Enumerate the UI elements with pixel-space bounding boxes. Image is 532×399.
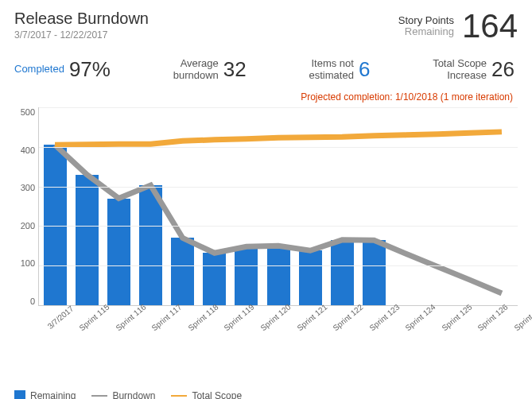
legend-label: Burndown [112, 390, 155, 399]
x-axis: 3/7/2017Sprint 115Sprint 116Sprint 117Sp… [38, 309, 518, 324]
y-tick: 500 [14, 107, 35, 117]
y-tick: 100 [14, 258, 35, 268]
plot-area [38, 107, 518, 306]
metric-label: Completed [14, 64, 64, 75]
y-tick: 300 [14, 183, 35, 192]
header: Release Burndown 3/7/2017 - 12/22/2017 S… [14, 10, 518, 43]
date-range: 3/7/2017 - 12/22/2017 [14, 29, 149, 41]
y-tick: 200 [14, 221, 35, 230]
lines-layer [39, 107, 518, 305]
metric-label: Increase [433, 70, 487, 81]
metric-label: estimated [309, 70, 354, 81]
y-axis: 5004003002001000 [14, 107, 38, 306]
projection-text: Projected completion: 1/10/2018 (1 more … [14, 91, 518, 103]
line-burndown [55, 145, 502, 293]
metrics-row: Completed 97% Average burndown 32 Items … [14, 57, 518, 82]
burndown-chart: 5004003002001000 3/7/2017Sprint 115Sprin… [14, 107, 518, 346]
metric-label: Average [173, 58, 219, 69]
legend: Remaining Burndown Total Scope [14, 390, 518, 399]
metric-label: Items not [309, 58, 354, 69]
story-points-block: Story Points Remaining 164 [398, 10, 518, 43]
legend-label: Total Scope [192, 390, 242, 399]
line-total-scope [55, 132, 502, 145]
legend-label: Remaining [30, 390, 76, 399]
title-block: Release Burndown 3/7/2017 - 12/22/2017 [14, 10, 149, 41]
legend-total-scope: Total Scope [171, 390, 242, 399]
sp-value: 164 [462, 10, 518, 43]
swatch-bar-icon [14, 390, 25, 399]
metric-label: Total Scope [433, 58, 487, 69]
page-title: Release Burndown [14, 10, 149, 28]
metric-completed: Completed 97% [14, 57, 111, 82]
y-tick: 400 [14, 145, 35, 155]
swatch-line-icon [91, 395, 107, 397]
metric-avg-burndown: Average burndown 32 [173, 57, 247, 82]
legend-remaining: Remaining [14, 390, 76, 399]
y-tick: 0 [14, 296, 35, 306]
sp-label: Story Points [398, 15, 454, 26]
metric-label: burndown [173, 70, 219, 81]
metric-scope-increase: Total Scope Increase 26 [433, 57, 515, 82]
metric-value: 97% [69, 57, 111, 82]
legend-burndown: Burndown [91, 390, 155, 399]
swatch-line-icon [171, 395, 187, 397]
sp-sublabel: Remaining [398, 26, 454, 37]
metric-value: 6 [359, 57, 370, 82]
metric-not-estimated: Items not estimated 6 [309, 57, 371, 82]
metric-value: 32 [223, 57, 247, 82]
metric-value: 26 [491, 57, 515, 82]
